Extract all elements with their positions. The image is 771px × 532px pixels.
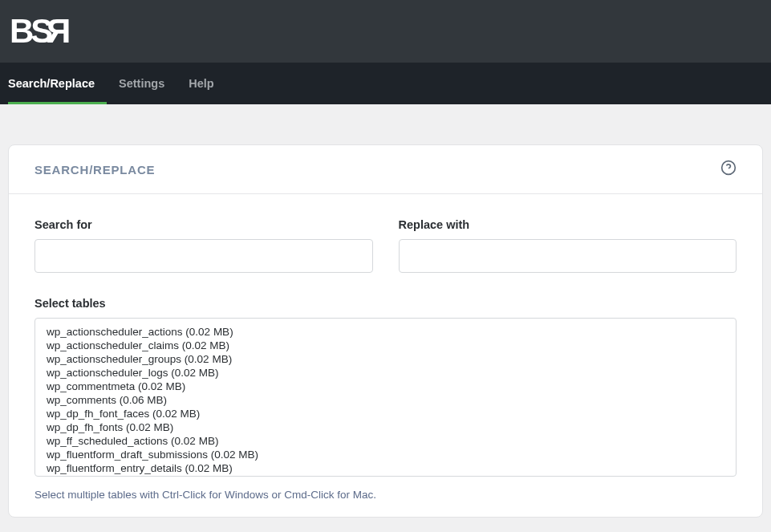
table-option[interactable]: wp_fluentform_entry_details (0.02 MB) <box>47 461 736 475</box>
table-option[interactable]: wp_commentmeta (0.02 MB) <box>47 380 736 393</box>
table-option[interactable]: wp_comments (0.06 MB) <box>47 393 736 407</box>
form-row: Search for Replace with <box>34 218 737 273</box>
table-option[interactable]: wp_actionscheduler_logs (0.02 MB) <box>47 366 736 380</box>
tab-settings[interactable]: Settings <box>107 63 177 104</box>
table-option[interactable]: wp_dp_fh_fonts (0.02 MB) <box>47 420 736 434</box>
help-icon[interactable] <box>720 160 737 179</box>
tables-select[interactable]: wp_actionscheduler_actions (0.02 MB)wp_a… <box>34 318 737 477</box>
tables-section: Select tables wp_actionscheduler_actions… <box>34 297 737 501</box>
table-option[interactable]: wp_fluentform_draft_submissions (0.02 MB… <box>47 448 736 461</box>
tables-help-text: Select multiple tables with Ctrl-Click f… <box>34 489 737 501</box>
tables-label: Select tables <box>34 297 737 310</box>
nav-bar: Search/Replace Settings Help <box>0 63 771 104</box>
table-option[interactable]: wp_ff_scheduled_actions (0.02 MB) <box>47 434 736 448</box>
table-option[interactable]: wp_actionscheduler_claims (0.02 MB) <box>47 339 736 352</box>
replace-group: Replace with <box>399 218 737 273</box>
card-header: SEARCH/REPLACE <box>9 145 762 194</box>
card-body: Search for Replace with Select tables wp… <box>9 194 762 517</box>
content-area: SEARCH/REPLACE Search for Replace with <box>0 104 771 526</box>
table-option[interactable]: wp_actionscheduler_groups (0.02 MB) <box>47 352 736 366</box>
table-option[interactable]: wp_dp_fh_font_faces (0.02 MB) <box>47 407 736 420</box>
app-header: BSR <box>0 0 771 63</box>
logo: BSR <box>10 12 70 51</box>
table-option[interactable]: wp_actionscheduler_actions (0.02 MB) <box>47 325 736 339</box>
replace-label: Replace with <box>399 218 737 231</box>
tab-search-replace[interactable]: Search/Replace <box>8 63 107 104</box>
search-input[interactable] <box>34 239 373 273</box>
search-group: Search for <box>34 218 373 273</box>
replace-input[interactable] <box>399 239 737 273</box>
search-replace-card: SEARCH/REPLACE Search for Replace with <box>8 144 763 518</box>
search-label: Search for <box>34 218 373 231</box>
card-title: SEARCH/REPLACE <box>34 163 155 177</box>
tab-help[interactable]: Help <box>177 63 225 104</box>
